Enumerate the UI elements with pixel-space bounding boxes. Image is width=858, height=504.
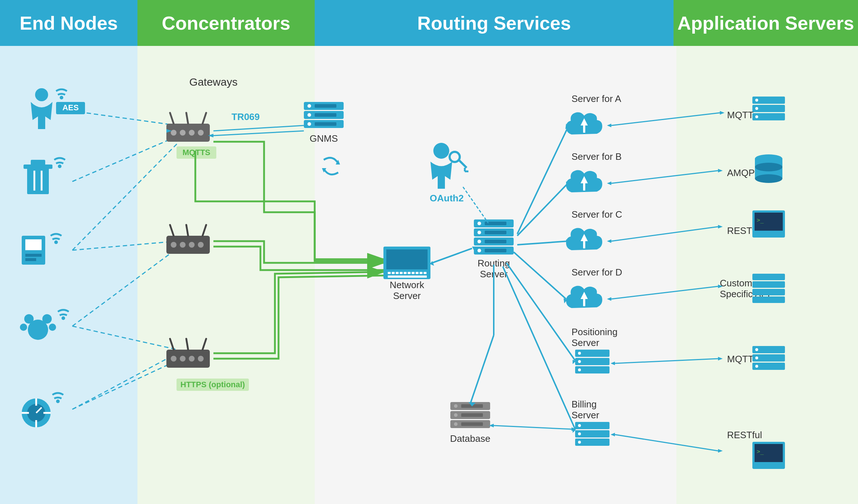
header-routing-label: Routing Services <box>417 12 571 34</box>
header-end-nodes: End Nodes <box>0 0 137 46</box>
header-concentrators: Concentrators <box>137 0 315 46</box>
header-end-nodes-label: End Nodes <box>20 12 118 34</box>
header-row: End Nodes Concentrators Routing Services… <box>0 0 858 46</box>
header-app-servers-label: Application Servers <box>678 12 854 34</box>
zone-routing <box>315 46 674 504</box>
header-app-servers: Application Servers <box>674 0 858 46</box>
zone-app-servers <box>674 46 858 504</box>
zone-end-nodes <box>0 46 137 504</box>
main-container: End Nodes Concentrators Routing Services… <box>0 0 858 504</box>
content-area: AES <box>0 46 858 504</box>
header-routing: Routing Services <box>315 0 674 46</box>
header-concentrators-label: Concentrators <box>162 12 290 34</box>
zone-concentrators <box>137 46 315 504</box>
